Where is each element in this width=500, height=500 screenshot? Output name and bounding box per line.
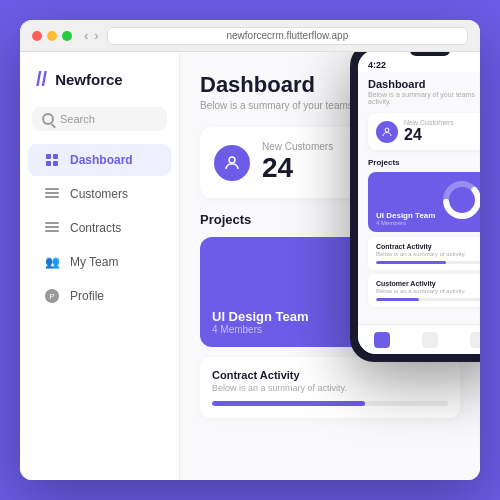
browser-nav: ‹ › bbox=[84, 28, 99, 43]
phone-stat-label: New Customers bbox=[404, 119, 454, 126]
phone-nav-home-icon bbox=[374, 332, 390, 348]
sidebar-item-profile[interactable]: P Profile bbox=[28, 280, 171, 312]
browser-window: ‹ › newforcecrm.flutterflow.app // Newfo… bbox=[20, 20, 480, 480]
stat-icon bbox=[214, 145, 250, 181]
phone-nav-profile-icon bbox=[470, 332, 480, 348]
phone-activity-card-1: Contract Activity Below is an a summary … bbox=[368, 237, 480, 270]
phone-project-name: UI Design Team bbox=[376, 211, 435, 220]
project-info: UI Design Team 4 Members bbox=[212, 309, 309, 335]
my-team-label: My Team bbox=[70, 255, 118, 269]
sidebar-item-customers[interactable]: Customers bbox=[28, 178, 171, 210]
phone-stat-info: New Customers 24 bbox=[404, 119, 454, 144]
phone-nav-home[interactable] bbox=[374, 332, 390, 348]
phone-project-card: UI Design Team 4 Members bbox=[368, 172, 480, 232]
phone-progress-fill-2 bbox=[376, 298, 419, 301]
sidebar: // Newforce Search Dashboard bbox=[20, 52, 180, 480]
phone-activity-title-2: Customer Activity bbox=[376, 280, 480, 287]
phone-nav-profile[interactable] bbox=[470, 332, 480, 348]
project-members: 4 Members bbox=[212, 324, 309, 335]
url-text: newforcecrm.flutterflow.app bbox=[226, 30, 348, 41]
phone-project-info: UI Design Team 4 Members bbox=[376, 211, 435, 226]
activity-title: Contract Activity bbox=[212, 369, 448, 381]
phone-content: Dashboard Below is a summary of your tea… bbox=[358, 72, 480, 317]
search-box[interactable]: Search bbox=[32, 107, 167, 131]
team-icon: 👥 bbox=[44, 254, 60, 270]
phone-nav-search-icon bbox=[422, 332, 438, 348]
phone-activity-title-1: Contract Activity bbox=[376, 243, 480, 250]
dot-yellow[interactable] bbox=[47, 31, 57, 41]
search-label: Search bbox=[60, 113, 95, 125]
progress-bar bbox=[212, 401, 448, 406]
browser-dots bbox=[32, 31, 72, 41]
phone-activity-desc-1: Below is an a summary of activity. bbox=[376, 251, 480, 257]
phone-donut-chart bbox=[440, 178, 480, 226]
phone-stat-value: 24 bbox=[404, 126, 454, 144]
phone-stat-icon bbox=[376, 121, 398, 143]
customers-label: Customers bbox=[70, 187, 128, 201]
phone-progress-bar-2 bbox=[376, 298, 480, 301]
phone-activity-desc-2: Below is an a summary of activity. bbox=[376, 288, 480, 294]
profile-icon: P bbox=[44, 288, 60, 304]
activity-card: Contract Activity Below is an a summary … bbox=[200, 357, 460, 418]
main-content: Dashboard Below is a summary of your tea… bbox=[180, 52, 480, 480]
phone-page-subtitle: Below is a summary of your teams activit… bbox=[368, 91, 480, 105]
phone-activity-card-2: Customer Activity Below is an a summary … bbox=[368, 274, 480, 307]
phone-page-title: Dashboard bbox=[368, 78, 480, 90]
logo-icon: // bbox=[36, 68, 47, 91]
phone-progress-fill-1 bbox=[376, 261, 446, 264]
customers-icon bbox=[44, 186, 60, 202]
activity-desc: Below is an a summary of activity. bbox=[212, 383, 448, 393]
phone-projects-title: Projects bbox=[368, 158, 480, 167]
phone-time: 4:22 bbox=[368, 60, 386, 70]
project-name: UI Design Team bbox=[212, 309, 309, 324]
back-arrow[interactable]: ‹ bbox=[84, 28, 88, 43]
logo-text: Newforce bbox=[55, 71, 123, 88]
phone-bottom-nav[interactable] bbox=[358, 324, 480, 354]
browser-url[interactable]: newforcecrm.flutterflow.app bbox=[107, 27, 468, 45]
svg-point-1 bbox=[385, 128, 389, 132]
search-icon bbox=[42, 113, 54, 125]
app-layout: // Newforce Search Dashboard bbox=[20, 52, 480, 480]
svg-point-0 bbox=[229, 157, 235, 163]
contracts-icon bbox=[44, 220, 60, 236]
sidebar-item-my-team[interactable]: 👥 My Team bbox=[28, 246, 171, 278]
stat-label: New Customers bbox=[262, 141, 333, 152]
dot-green[interactable] bbox=[62, 31, 72, 41]
contracts-label: Contracts bbox=[70, 221, 121, 235]
phone-notch bbox=[410, 52, 450, 56]
sidebar-item-dashboard[interactable]: Dashboard bbox=[28, 144, 171, 176]
phone-overlay: 4:22 Dashboard Bel bbox=[350, 52, 480, 362]
phone-progress-bar-1 bbox=[376, 261, 480, 264]
phone-stat-card: New Customers 24 bbox=[368, 113, 480, 150]
profile-label: Profile bbox=[70, 289, 104, 303]
stat-info: New Customers 24 bbox=[262, 141, 333, 184]
stat-value: 24 bbox=[262, 152, 333, 184]
dot-red[interactable] bbox=[32, 31, 42, 41]
dashboard-icon bbox=[44, 152, 60, 168]
phone-inner: 4:22 Dashboard Bel bbox=[358, 52, 480, 354]
phone-project-members: 4 Members bbox=[376, 220, 435, 226]
progress-fill bbox=[212, 401, 365, 406]
browser-bar: ‹ › newforcecrm.flutterflow.app bbox=[20, 20, 480, 52]
phone-nav-search[interactable] bbox=[422, 332, 438, 348]
forward-arrow[interactable]: › bbox=[94, 28, 98, 43]
dashboard-label: Dashboard bbox=[70, 153, 133, 167]
logo: // Newforce bbox=[20, 68, 179, 107]
sidebar-item-contracts[interactable]: Contracts bbox=[28, 212, 171, 244]
